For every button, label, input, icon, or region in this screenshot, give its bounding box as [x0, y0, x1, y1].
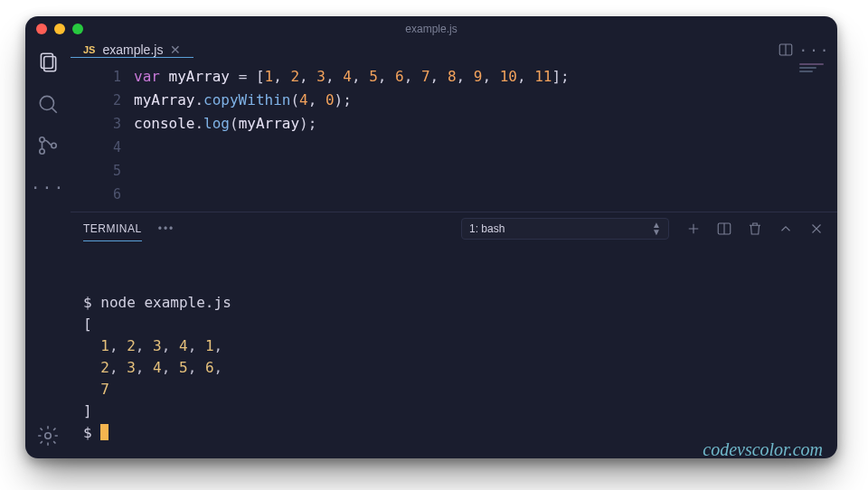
- line-gutter: 123456: [71, 58, 134, 212]
- panel-overflow-icon[interactable]: •••: [158, 222, 175, 235]
- source-control-icon[interactable]: [36, 134, 60, 157]
- svg-point-5: [40, 149, 44, 154]
- tab-bar: JS example.js ✕ ···: [71, 42, 837, 58]
- search-icon[interactable]: [36, 92, 60, 116]
- code-editor[interactable]: 123456 var myArray = [1, 2, 3, 4, 5, 6, …: [71, 58, 837, 212]
- svg-point-2: [40, 96, 53, 109]
- js-badge-icon: JS: [83, 44, 95, 55]
- tab-example-js[interactable]: JS example.js ✕: [71, 42, 193, 58]
- new-terminal-icon[interactable]: [685, 221, 702, 237]
- terminal-select[interactable]: 1: bash ▲▼: [461, 218, 669, 240]
- svg-line-3: [52, 108, 56, 112]
- code-area[interactable]: var myArray = [1, 2, 3, 4, 5, 6, 7, 8, 9…: [134, 58, 837, 212]
- activity-overflow-icon[interactable]: ···: [36, 175, 60, 199]
- panel-header: TERMINAL ••• 1: bash ▲▼: [71, 212, 837, 245]
- activity-bar: ···: [25, 42, 71, 458]
- close-tab-icon[interactable]: ✕: [170, 42, 181, 57]
- title-bar: example.js: [25, 16, 837, 42]
- close-panel-icon[interactable]: [808, 221, 825, 237]
- watermark: codevscolor.com: [703, 438, 823, 458]
- terminal-cursor: [100, 424, 108, 440]
- trash-icon[interactable]: [747, 221, 763, 237]
- terminal-select-label: 1: bash: [469, 222, 505, 235]
- svg-point-6: [52, 143, 56, 147]
- window-title: example.js: [25, 23, 837, 35]
- select-arrows-icon: ▲▼: [652, 221, 661, 236]
- svg-point-7: [45, 433, 52, 439]
- editor-more-icon[interactable]: ···: [807, 42, 823, 58]
- svg-point-4: [40, 137, 44, 142]
- split-editor-icon[interactable]: [778, 42, 794, 58]
- minimap[interactable]: [799, 63, 830, 72]
- tab-label: example.js: [102, 42, 163, 57]
- editor-actions: ···: [778, 42, 832, 58]
- editor-window: example.js ··· JS example.js: [25, 16, 837, 458]
- split-terminal-icon[interactable]: [716, 221, 732, 237]
- tab-terminal[interactable]: TERMINAL: [83, 217, 142, 241]
- collapse-panel-icon[interactable]: [778, 221, 794, 237]
- settings-icon[interactable]: [36, 424, 60, 448]
- panel: TERMINAL ••• 1: bash ▲▼: [71, 212, 837, 458]
- terminal-output[interactable]: $ node example.js[ 1, 2, 3, 4, 1, 2, 3, …: [71, 245, 837, 458]
- explorer-icon[interactable]: [36, 51, 60, 74]
